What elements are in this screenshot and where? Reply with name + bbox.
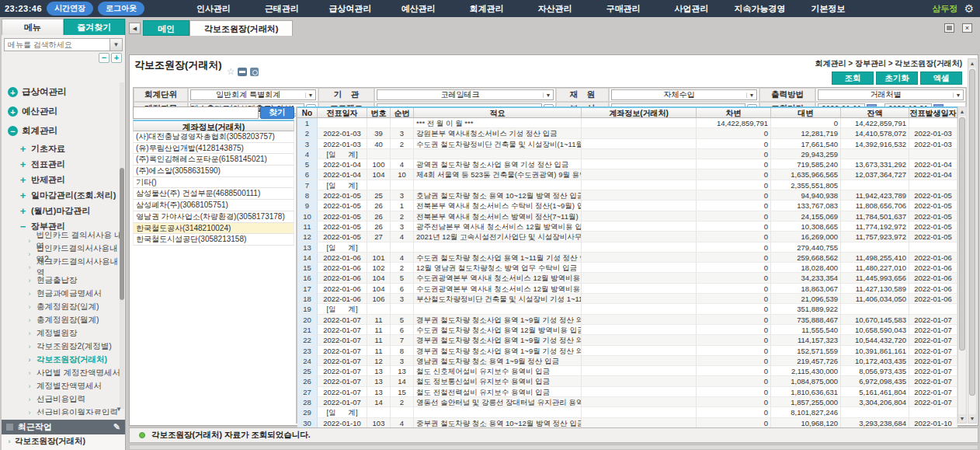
vendor-search-input[interactable] bbox=[133, 106, 259, 119]
excel-button[interactable]: 엑셀 bbox=[920, 72, 962, 85]
column-header[interactable]: No bbox=[297, 108, 318, 117]
sidebar-item[interactable]: ›선급비용이월자료입력 bbox=[2, 406, 125, 415]
column-header[interactable]: 적요 bbox=[414, 108, 582, 117]
vendor-list-item[interactable]: 삼성물산(주) 건설부문(4688500111) bbox=[133, 188, 294, 200]
expand-icon[interactable]: + bbox=[19, 160, 27, 169]
menu-search-input[interactable] bbox=[4, 38, 110, 51]
scroll-up-icon[interactable]: ▲ bbox=[968, 59, 976, 68]
table-row[interactable]: 7[일 계]02,355,551,805 bbox=[297, 180, 957, 190]
vendor-list-item[interactable]: 기타() bbox=[133, 177, 294, 189]
new-window-icon[interactable] bbox=[238, 68, 247, 76]
sidebar-item[interactable]: +예산관리 bbox=[2, 102, 125, 121]
sidebar-item[interactable]: ›각보조원장(거래처) bbox=[2, 353, 125, 366]
table-row[interactable]: 29[일 계]08,101,827,246 bbox=[297, 407, 957, 417]
expand-icon[interactable]: + bbox=[19, 145, 27, 153]
sidebar-tab-favorites[interactable]: 즐겨찾기 bbox=[64, 19, 126, 35]
table-row[interactable]: 212022-01-07116수도권 철도차량 청소사업 용역 12월 방역비용… bbox=[297, 325, 957, 335]
table-row[interactable]: 152022-01-06102212월 영남권 철도차량청소 방역 업무 수탁비… bbox=[297, 263, 957, 273]
tab-current-document[interactable]: 각보조원장(거래처) bbox=[189, 20, 293, 36]
table-row[interactable]: 13[일 계]0279,440,755 bbox=[297, 242, 957, 253]
vendor-list-item[interactable]: (사)대전충남경영자총협회(3058203757) bbox=[133, 131, 294, 143]
restore-window-icon[interactable] bbox=[944, 23, 954, 33]
table-row[interactable]: 222022-01-07117경부권 철도차량 청소사업 용역 1~9월 기성 … bbox=[297, 335, 957, 345]
sidebar-item[interactable]: +전표관리 bbox=[2, 156, 125, 172]
column-header[interactable]: 잔액 bbox=[841, 108, 909, 117]
scroll-down-icon[interactable]: ▼ bbox=[968, 414, 976, 423]
vendor-list-item[interactable]: (주)록인김해레스포타운(6158145021) bbox=[133, 154, 294, 166]
reset-button[interactable]: 초기화 bbox=[876, 72, 918, 85]
org-select[interactable]: 코레일테크▼ bbox=[377, 89, 554, 100]
find-button[interactable]: 찾기 bbox=[260, 106, 294, 119]
sidebar-item[interactable]: +기초자료 bbox=[2, 141, 125, 156]
vendor-list-item[interactable]: 한국철도시설공단(3058213158) bbox=[133, 234, 294, 246]
gear-icon[interactable]: ⚙ bbox=[964, 2, 974, 15]
column-header[interactable]: 차변 bbox=[697, 108, 771, 117]
table-row[interactable]: 92022-01-05261전북본부 역사내 청소서비스 수탁비 정산(1~9월… bbox=[297, 201, 957, 211]
table-row[interactable]: 242022-01-07123영남권 철도차량 청소 용역 1~9월 정산 입금… bbox=[297, 356, 957, 366]
top-menu-item[interactable]: 급상여관리 bbox=[316, 3, 384, 15]
table-row[interactable]: 302022-01-101034중부권 철도차량 청소 용역 10~12월 방역… bbox=[297, 418, 957, 428]
sidebar-item[interactable]: ›총계정원장(일계) bbox=[2, 300, 125, 313]
vendor-list-item[interactable]: 한국철도공사(3148210024) bbox=[133, 223, 294, 235]
expand-icon[interactable]: + bbox=[19, 207, 27, 215]
expand-icon[interactable]: + bbox=[8, 106, 18, 117]
column-header[interactable]: 전표발생일자 bbox=[909, 108, 957, 117]
table-row[interactable]: 182022-01-061063부산철도차량정비단 건축물 및 시설장비 기성 … bbox=[297, 294, 957, 304]
tree-scrollbar[interactable] bbox=[120, 82, 124, 409]
collapse-icon[interactable]: − bbox=[8, 126, 18, 136]
favorite-star-icon[interactable]: ☆ bbox=[227, 66, 235, 77]
page-scrollbar[interactable]: ▲ ▼ bbox=[968, 58, 977, 424]
collapse-icon[interactable]: − bbox=[19, 222, 27, 231]
table-row[interactable]: 82022-01-05253호남권 철도차량 청소 용역 10~12월 방역 정… bbox=[297, 190, 957, 201]
tree-expand-all-button[interactable]: + bbox=[111, 53, 122, 63]
query-button[interactable]: 조회 bbox=[832, 72, 874, 85]
column-header[interactable]: 대변 bbox=[771, 108, 841, 117]
expand-icon[interactable]: + bbox=[19, 176, 27, 184]
menu-search-dropdown-icon[interactable]: ▼ bbox=[110, 38, 123, 51]
column-header[interactable]: 순번 bbox=[391, 108, 414, 117]
top-menu-item[interactable]: 근태관리 bbox=[248, 3, 316, 15]
table-row[interactable]: 122022-01-052742021년 12월 고속시설전기사업단 및 시설장… bbox=[297, 232, 957, 242]
output-method-select[interactable]: 거래처별▼ bbox=[818, 89, 964, 100]
vendor-list-item[interactable]: 삼성폐차(주)(3068105751) bbox=[133, 200, 294, 211]
column-header[interactable]: 계좌정보(거래처) bbox=[582, 108, 697, 117]
table-row[interactable]: 19[일 계]0351,889,922 bbox=[297, 304, 957, 314]
source-select[interactable]: 자체수입▼ bbox=[611, 89, 757, 100]
table-row[interactable]: 172022-01-061046수도권광역본부 역사내 청소서비스 12월 방역… bbox=[297, 284, 957, 294]
clear-recent-icon[interactable]: ✎ bbox=[113, 422, 120, 432]
sidebar-item[interactable]: ›선급비용입력 bbox=[2, 392, 125, 406]
sidebar-item[interactable]: +급상여관리 bbox=[2, 82, 125, 102]
top-menu-item[interactable]: 자산관리 bbox=[521, 3, 589, 15]
table-row[interactable]: 32022-01-03402수도권 철도차량정비단 건축물 및 시설장비(1~1… bbox=[297, 139, 957, 149]
table-row[interactable]: 262022-01-071314철도 정보통신설비 유지보수 용역비 입금01,… bbox=[297, 376, 957, 386]
sidebar-item[interactable]: ›총계정원장(월계) bbox=[2, 313, 125, 326]
table-row[interactable]: 22022-01-03393강원본부 역사내청소서비스 기성 정산 입금012,… bbox=[297, 128, 957, 138]
top-menu-item[interactable]: 사업관리 bbox=[658, 3, 726, 15]
sidebar-item[interactable]: ›계정별원장 bbox=[2, 326, 125, 340]
table-row[interactable]: 142022-01-061014수도권 철도차량 청소사업 용역 1~11월 기… bbox=[297, 253, 957, 263]
top-menu-item[interactable]: 예산관리 bbox=[384, 3, 453, 15]
tree-collapse-all-button[interactable]: − bbox=[99, 53, 109, 63]
sidebar-item[interactable]: ›사업별 계정잔액명세서 bbox=[2, 366, 125, 379]
sidebar-item[interactable]: ›계정별잔액명세서 bbox=[2, 379, 125, 392]
table-row[interactable]: 252022-01-071313철도 신호제어설비 유지보수 용역비 입금02,… bbox=[297, 366, 957, 376]
table-row[interactable]: 1*** 전 월 이 월 ***14,422,859,791014,422,85… bbox=[297, 118, 957, 128]
table-row[interactable]: 202022-01-07115경부권 철도차량 청소사업 용역 1~9월 기성 … bbox=[297, 315, 957, 325]
vendor-list-item[interactable]: (유)무림산업개발(4128143875) bbox=[133, 143, 294, 155]
expand-icon[interactable]: + bbox=[8, 87, 18, 97]
capture-icon[interactable] bbox=[250, 68, 259, 76]
sidebar-item[interactable]: +(월/년)마감관리 bbox=[2, 203, 125, 218]
table-row[interactable]: 162022-01-061045수도권광역본부 역사내 청소서비스 12월 방역… bbox=[297, 273, 957, 283]
top-menu-item[interactable]: 구매관리 bbox=[589, 3, 658, 15]
table-row[interactable]: 112022-01-05263광주전남본부 역사내 청소서비스 12월 방역비용… bbox=[297, 222, 957, 232]
top-menu-item[interactable]: 기본정보 bbox=[794, 3, 862, 15]
table-row[interactable]: 4[일 계]029,943,259 bbox=[297, 149, 957, 159]
sidebar-tab-menu[interactable]: 메뉴 bbox=[2, 19, 64, 35]
vendor-list-item[interactable]: 영남권 가야사업소(차량환경)(3058173178) bbox=[133, 211, 294, 223]
sidebar-item[interactable]: ›각보조원장2(계정별) bbox=[2, 340, 125, 353]
tree-scroll-down-icon[interactable]: ▼ bbox=[116, 406, 122, 413]
column-header[interactable]: 번호 bbox=[367, 108, 391, 117]
table-row[interactable]: 272022-01-071315철도 전철전력설비 유지보수 용역비 입금01,… bbox=[297, 387, 957, 397]
table-row[interactable]: 62022-01-0410410제4회 서울역 등 523동 건축물(수도권광역… bbox=[297, 169, 957, 180]
table-scrollbar[interactable]: ▲ ▼ bbox=[957, 106, 967, 424]
